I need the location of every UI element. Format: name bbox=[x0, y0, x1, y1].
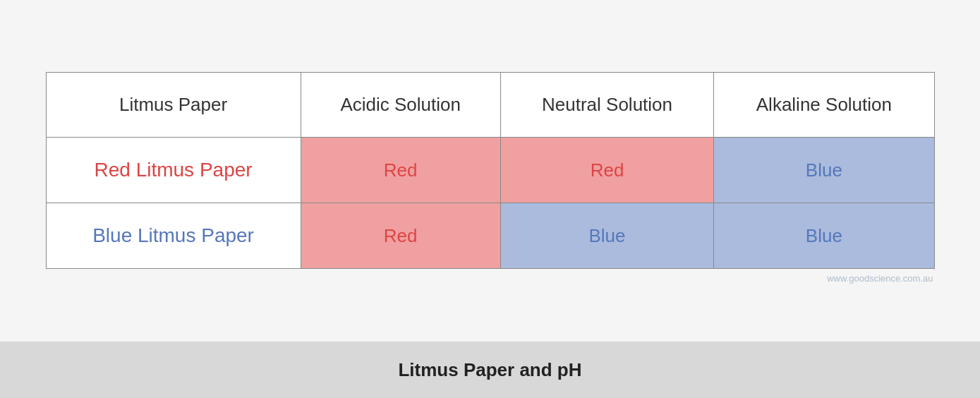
red-litmus-label: Red Litmus Paper bbox=[95, 159, 253, 181]
row1-alkaline: Blue bbox=[714, 138, 934, 203]
header-alkaline-solution: Alkaline Solution bbox=[714, 73, 934, 138]
caption-text: Litmus Paper and pH bbox=[398, 359, 581, 381]
header-litmus-paper: Litmus Paper bbox=[46, 73, 301, 138]
litmus-table: Litmus Paper Acidic Solution Neutral Sol… bbox=[46, 72, 935, 269]
row1-acidic: Red bbox=[301, 138, 500, 203]
header-acidic-solution: Acidic Solution bbox=[301, 73, 500, 138]
table-row: Blue Litmus Paper Red Blue Blue bbox=[46, 203, 934, 269]
table-container: Litmus Paper Acidic Solution Neutral Sol… bbox=[46, 72, 935, 284]
table-row: Red Litmus Paper Red Red Blue bbox=[46, 138, 934, 203]
row2-alkaline: Blue bbox=[714, 203, 934, 269]
caption-bar: Litmus Paper and pH bbox=[0, 342, 980, 398]
blue-litmus-label: Blue Litmus Paper bbox=[92, 224, 254, 246]
row2-label: Blue Litmus Paper bbox=[46, 203, 301, 269]
main-content: Litmus Paper Acidic Solution Neutral Sol… bbox=[0, 0, 980, 342]
row1-neutral: Red bbox=[500, 138, 714, 203]
watermark: www.goodscience.com.au bbox=[46, 273, 935, 284]
row2-neutral: Blue bbox=[500, 203, 714, 269]
header-neutral-solution: Neutral Solution bbox=[500, 73, 714, 138]
row2-acidic: Red bbox=[301, 203, 500, 269]
row1-label: Red Litmus Paper bbox=[46, 138, 301, 203]
table-header-row: Litmus Paper Acidic Solution Neutral Sol… bbox=[46, 73, 934, 138]
